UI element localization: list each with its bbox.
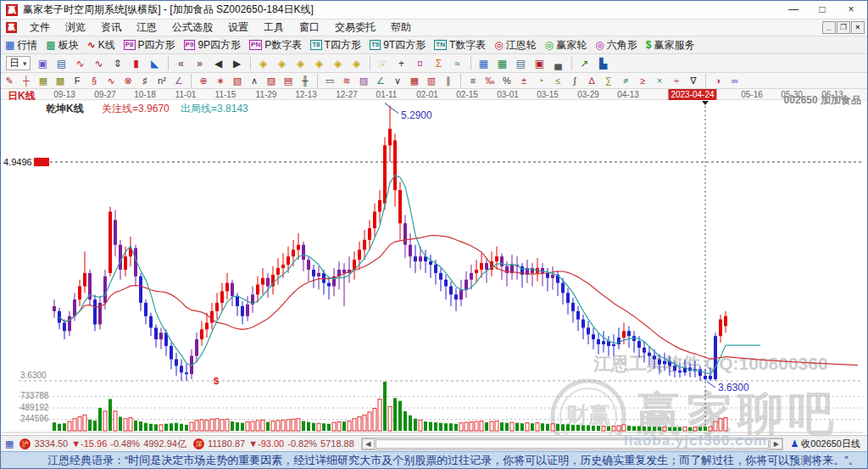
hatch-tool-icon[interactable]: ┼ [19, 75, 34, 87]
gann-diamond-1-icon[interactable]: ◈ [255, 56, 272, 71]
angle2-icon[interactable]: ∠ [373, 75, 388, 87]
gann-diamond-3-icon[interactable]: ◈ [292, 56, 309, 71]
infinity-icon[interactable]: ∞ [727, 75, 743, 87]
export-icon[interactable]: ↗ [576, 56, 593, 71]
updown-icon[interactable]: ⇕ [109, 56, 126, 71]
gold-circle-icon[interactable]: ◔ [533, 75, 548, 87]
star-icon[interactable]: ∗ [213, 75, 228, 87]
menu-item-6[interactable]: 工具 [256, 20, 292, 36]
menu-item-7[interactable]: 窗口 [292, 20, 327, 36]
hexagon-button[interactable]: ◎六角形 [591, 37, 641, 53]
fibonacci-icon[interactable]: F [70, 75, 85, 87]
menu-item-1[interactable]: 浏览 [58, 20, 93, 36]
shade-icon[interactable]: ▨ [356, 75, 371, 87]
parallel-icon[interactable]: ∥ [441, 75, 456, 87]
menu-item-4[interactable]: 公式选股 [164, 20, 220, 36]
p9-square-button[interactable]: P99P四方形 [180, 37, 245, 53]
minimize-button[interactable]: — [779, 1, 808, 20]
frame-icon[interactable]: ▭ [322, 75, 337, 87]
grid-red2-icon[interactable]: ▤ [281, 75, 296, 87]
transfer-icon[interactable]: ▙ [595, 56, 612, 71]
close-button[interactable]: × [837, 1, 865, 20]
notebook-icon[interactable]: ▤ [513, 56, 530, 71]
grid-red-icon[interactable]: ▨ [264, 75, 279, 87]
ink-icon[interactable]: ∫ [567, 75, 582, 87]
mdi-minimize-button[interactable]: _ [822, 21, 836, 34]
grid3-icon[interactable]: ▦ [407, 75, 422, 87]
pie-icon[interactable]: ◑ [710, 75, 726, 87]
grid4-icon[interactable]: ▥ [424, 75, 439, 87]
gann-diamond-4-icon[interactable]: ◈ [311, 56, 328, 71]
maximize-button[interactable]: □ [808, 1, 837, 20]
t-square-button[interactable]: T8T四方形 [306, 37, 365, 53]
winner-service-button[interactable]: $赢家服务 [642, 37, 699, 53]
slope3-icon[interactable]: × [652, 75, 667, 87]
n2-icon[interactable]: n² [154, 75, 170, 87]
grid-gold2-icon[interactable]: ▩ [53, 75, 68, 87]
gold-line-icon[interactable]: ≤ [550, 75, 565, 87]
prev-page-icon[interactable]: ◀ [210, 56, 227, 71]
compare-icon[interactable]: ≈ [449, 56, 466, 71]
slope1-icon[interactable]: ≠ [618, 75, 633, 87]
slope5-icon[interactable]: ∇ [686, 75, 701, 87]
gann-diamond-2-icon[interactable]: ◈ [274, 56, 291, 71]
stats-icon[interactable]: Σ [431, 56, 448, 71]
p-square-button[interactable]: P8P四方形 [120, 37, 180, 53]
wave-icon[interactable]: ∿ [103, 75, 119, 87]
menu-item-8[interactable]: 交易委托 [327, 20, 383, 36]
box-fill-icon[interactable]: ▧ [230, 75, 245, 87]
printer-icon[interactable]: ▄ [550, 56, 567, 71]
gann-wheel-button[interactable]: ◎江恩轮 [490, 37, 540, 53]
period-selector[interactable]: 日 ▾ [6, 56, 31, 70]
info-panel-icon[interactable]: ▤ [53, 56, 70, 71]
menu-item-2[interactable]: 资讯 [93, 20, 129, 36]
mdi-restore-button[interactable]: ❐ [837, 21, 850, 34]
gann-box-icon[interactable]: ∆ [584, 75, 599, 87]
sectors-button[interactable]: ▩板块 [42, 37, 82, 53]
fan-icon[interactable]: ≋ [339, 75, 354, 87]
menu-item-3[interactable]: 江恩 [129, 20, 164, 36]
gann-diamond-6-icon[interactable]: ◈ [348, 56, 365, 71]
bar-mini-icon[interactable]: ∿ [91, 56, 108, 71]
p-number-button[interactable]: PNP数字表 [245, 37, 306, 53]
window-layout-icon[interactable]: ▣ [35, 56, 52, 71]
winner-wheel-button[interactable]: ◎赢家轮 [541, 37, 591, 53]
scroll-right-icon[interactable]: ▶ [770, 438, 782, 449]
circle-cross-icon[interactable]: ⊗ [120, 75, 136, 87]
next-page-icon[interactable]: ▶ [229, 56, 246, 71]
scrollbar-thumb[interactable] [376, 439, 770, 449]
t9-square-button[interactable]: T99T四方形 [365, 37, 430, 53]
kline-mini-icon[interactable]: ∿ [72, 56, 89, 71]
kline-style-icon[interactable]: ▮ [128, 56, 145, 71]
fence-icon[interactable]: ╫ [298, 75, 313, 87]
crosshair-icon[interactable]: + [393, 56, 410, 71]
quotes-button[interactable]: ▦行情 [1, 37, 42, 53]
gann-diamond-5-icon[interactable]: ◈ [330, 56, 347, 71]
calendar-icon[interactable]: ▦ [476, 56, 492, 71]
first-page-icon[interactable]: « [173, 56, 190, 71]
menu-item-5[interactable]: 设置 [220, 20, 256, 36]
grid-gold-icon[interactable]: ▦ [36, 75, 51, 87]
pen-tool-icon[interactable]: ✎ [2, 75, 17, 87]
mdi-close-button[interactable]: × [851, 21, 865, 34]
kline-button[interactable]: ∿K线 [83, 37, 120, 53]
target-icon[interactable]: ⊕ [196, 75, 211, 87]
calculator-icon[interactable]: ▦ [494, 56, 511, 71]
slope4-icon[interactable]: ÷ [669, 75, 684, 87]
hand-tool-icon[interactable]: ☞ [375, 56, 392, 71]
pct-line-icon[interactable]: ± [516, 75, 531, 87]
select-icon[interactable]: ¤ [412, 56, 429, 71]
gradient-icon[interactable]: ◣ [147, 56, 164, 71]
t-number-button[interactable]: TNT数字表 [430, 37, 490, 53]
save-icon[interactable]: ▣ [531, 56, 548, 71]
kline-chart[interactable]: 财赢江恩工具软件 QQ:100800360赢家聊吧4.94963.6300$73… [2, 100, 868, 435]
menu-item-9[interactable]: 帮助 [383, 20, 419, 36]
grid-icon[interactable]: ▦ [5, 438, 14, 449]
check-icon[interactable]: ∨ [390, 75, 405, 87]
menu-item-0[interactable]: 文件 [22, 20, 58, 36]
scroll-left-icon[interactable]: ◀ [362, 438, 375, 449]
k-mark-icon[interactable]: ∧ [247, 75, 262, 87]
spiral-icon[interactable]: § [86, 75, 102, 87]
angle-icon[interactable]: ∠ [171, 75, 186, 87]
last-page-icon[interactable]: » [192, 56, 209, 71]
